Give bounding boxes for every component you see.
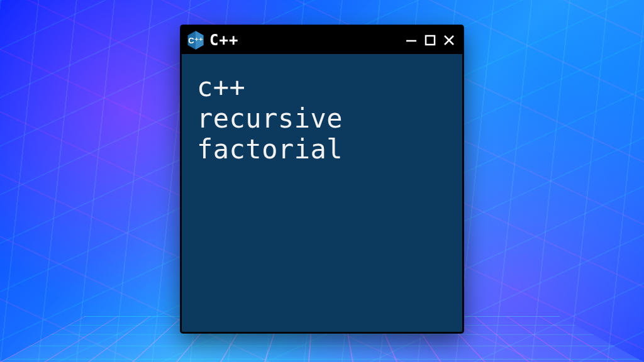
content-line-1: c++ <box>197 72 447 103</box>
terminal-window: C⁺⁺ C++ c++ recursive factorial <box>180 25 464 333</box>
svg-rect-4 <box>426 36 435 45</box>
window-title: C++ <box>209 31 238 49</box>
maximize-button[interactable] <box>423 33 437 47</box>
cpp-logo-icon: C⁺⁺ <box>187 30 204 50</box>
titlebar[interactable]: C⁺⁺ C++ <box>182 26 462 54</box>
close-button[interactable] <box>442 33 456 47</box>
minimize-button[interactable] <box>404 33 418 47</box>
content-line-3: factorial <box>197 134 447 165</box>
terminal-body[interactable]: c++ recursive factorial <box>182 54 462 332</box>
content-line-2: recursive <box>197 103 447 134</box>
svg-text:C⁺⁺: C⁺⁺ <box>188 36 203 45</box>
